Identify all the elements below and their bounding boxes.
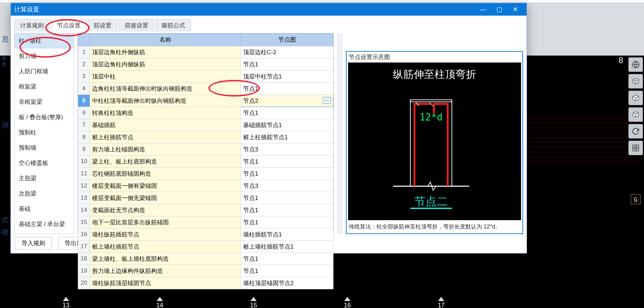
- tab-rebar-settings[interactable]: 筋设置: [88, 19, 117, 32]
- row-name[interactable]: 剪力墙上边缘构件纵筋构造: [90, 265, 241, 277]
- row-name[interactable]: 桩上墙柱插筋节点: [90, 241, 241, 253]
- import-button[interactable]: 导入规则: [15, 237, 52, 250]
- col-name[interactable]: 名称: [90, 34, 241, 46]
- row-name[interactable]: 桩上柱插筋节点: [90, 131, 241, 143]
- node-table[interactable]: 名称 节点图 1顶层边角柱外侧纵筋顶层边柱C-22顶层边角柱内侧纵筋节点13顶层…: [77, 33, 334, 234]
- row-name[interactable]: 梁上柱、板上柱底部构造: [90, 156, 241, 168]
- tool-refresh-icon[interactable]: [628, 124, 643, 139]
- table-row[interactable]: 14变截面处无节点构造节点1: [78, 204, 333, 216]
- tool-globe-icon[interactable]: [628, 57, 643, 72]
- row-node[interactable]: 墙柱插筋节点1: [241, 228, 333, 241]
- tool-3d-cube-icon[interactable]: [628, 74, 643, 89]
- category-item-11[interactable]: 基础: [15, 201, 74, 217]
- table-row[interactable]: 7基础插筋基础插筋节点1: [78, 119, 333, 131]
- row-name[interactable]: 楼层变截面一侧有梁锚固: [90, 180, 241, 192]
- table-row[interactable]: 13楼层变截面一侧无梁锚固节点1: [78, 192, 333, 204]
- category-item-9[interactable]: 主肋梁: [15, 171, 74, 186]
- table-scrollbar[interactable]: [337, 33, 342, 234]
- row-node[interactable]: 节点3: [241, 180, 333, 192]
- row-name[interactable]: 中柱柱顶等截面伸出时纵向钢筋构造: [90, 95, 241, 107]
- row-node[interactable]: 顶层中柱节点1: [241, 70, 333, 83]
- row-node[interactable]: 节点1: [241, 107, 333, 119]
- close-button[interactable]: ✕: [507, 3, 523, 16]
- tab-node-settings[interactable]: 节点设置: [51, 19, 86, 32]
- table-row[interactable]: 8桩上柱插筋节点桩上柱插筋节点1: [78, 131, 333, 143]
- table-row[interactable]: 19剪力墙上边缘构件纵筋构造节点1: [78, 265, 333, 277]
- row-name[interactable]: 墙柱纵筋顶层锚固节点: [90, 277, 241, 289]
- row-name[interactable]: 变截面处无节点构造: [90, 204, 241, 216]
- table-row[interactable]: 12楼层变截面一侧有梁锚固节点3: [78, 180, 333, 192]
- row-node[interactable]: 桩上柱插筋节点1: [241, 131, 333, 143]
- category-item-7[interactable]: 预制墙: [15, 140, 74, 156]
- category-item-4[interactable]: 非框架梁: [15, 94, 74, 110]
- table-row[interactable]: 9剪力墙上柱锚固构造节点3: [78, 143, 333, 156]
- category-item-3[interactable]: 框架梁: [15, 79, 74, 94]
- table-row[interactable]: 16墙柱纵筋插筋节点墙柱插筋节点1: [78, 228, 333, 241]
- tab-stirrup-formula[interactable]: 箍筋公式: [156, 19, 191, 32]
- row-node[interactable]: 节点2⋯: [241, 95, 333, 107]
- tool-cube-alt-icon[interactable]: [628, 107, 643, 122]
- dialog-titlebar[interactable]: 计算设置 — ▢ ✕: [11, 3, 527, 16]
- row-name[interactable]: 墙柱纵筋插筋节点: [90, 228, 241, 241]
- tab-calc-rules[interactable]: 计算规则: [14, 19, 50, 32]
- row-node[interactable]: 节点1: [241, 168, 333, 180]
- category-item-1[interactable]: 剪力墙: [15, 49, 74, 64]
- tool-grid-icon[interactable]: [628, 141, 643, 155]
- row-name[interactable]: 剪力墙上柱锚固构造: [90, 143, 241, 156]
- row-name[interactable]: 顶层边角柱内侧纵筋: [90, 58, 241, 70]
- table-row[interactable]: 2顶层边角柱内侧纵筋节点1: [78, 58, 333, 70]
- row-node[interactable]: 节点1: [241, 58, 333, 70]
- row-number: 3: [78, 70, 90, 83]
- category-list[interactable]: 柱 / 墙柱剪力墙人防门框墙框架梁非框架梁板 / 叠合板(整厚)预制柱预制墙空心…: [14, 33, 74, 234]
- row-number: 8: [78, 131, 90, 143]
- category-item-8[interactable]: 空心楼盖板: [15, 156, 74, 171]
- table-row[interactable]: 6转换柱柱顶构造节点1: [78, 107, 333, 119]
- row-node[interactable]: 节点1: [241, 192, 333, 204]
- row-number: 20: [78, 277, 90, 289]
- row-node[interactable]: 墙柱顶层锚固节点2: [241, 277, 333, 289]
- table-row[interactable]: 10梁上柱、板上柱底部构造节点1: [78, 156, 333, 168]
- category-item-6[interactable]: 预制柱: [15, 125, 74, 140]
- table-row[interactable]: 1顶层边角柱外侧纵筋顶层边柱C-2: [78, 46, 333, 58]
- cell-more-button[interactable]: ⋯: [323, 97, 331, 104]
- maximize-button[interactable]: ▢: [491, 3, 507, 16]
- table-row[interactable]: 18梁上墙柱、板上墙柱底部构造节点1: [78, 253, 333, 265]
- row-name[interactable]: 楼层变截面一侧无梁锚固: [90, 192, 241, 204]
- table-row[interactable]: 15地下一层比首层多出纵筋锚固节点1: [78, 216, 333, 228]
- row-node[interactable]: 顶层边柱C-2: [241, 46, 333, 58]
- category-item-2[interactable]: 人防门框墙: [15, 64, 74, 79]
- row-name[interactable]: 顶层中柱: [90, 70, 241, 83]
- row-node[interactable]: 节点1: [241, 83, 333, 95]
- row-node[interactable]: 节点1: [241, 204, 333, 216]
- category-item-0[interactable]: 柱 / 墙柱: [15, 33, 74, 49]
- row-node[interactable]: 节点1: [241, 156, 333, 168]
- row-name[interactable]: 顶层边角柱外侧纵筋: [90, 46, 241, 58]
- row-name[interactable]: 转换柱柱顶构造: [90, 107, 241, 119]
- row-name[interactable]: 芯柱钢筋底部锚固构造: [90, 168, 241, 180]
- minimize-button[interactable]: —: [475, 3, 491, 16]
- table-row[interactable]: 4边角柱柱顶等截面伸出时纵向钢筋构造节点1: [78, 83, 333, 95]
- category-item-10[interactable]: 次肋梁: [15, 186, 74, 201]
- table-row[interactable]: 5中柱柱顶等截面伸出时纵向钢筋构造节点2⋯: [78, 95, 333, 107]
- table-row[interactable]: 20墙柱纵筋顶层锚固节点墙柱顶层锚固节点2: [78, 277, 333, 289]
- row-name[interactable]: 梁上墙柱、板上墙柱底部构造: [90, 253, 241, 265]
- category-item-12[interactable]: 基础主梁 / 承台梁: [15, 217, 74, 232]
- row-node[interactable]: 节点1: [241, 216, 333, 228]
- table-row[interactable]: 17桩上墙柱插筋节点桩上墙柱插筋节点1: [78, 241, 333, 253]
- tab-splice-settings[interactable]: 搭接设置: [119, 19, 154, 32]
- row-number: 5: [78, 95, 90, 107]
- row-name[interactable]: 边角柱柱顶等截面伸出时纵向钢筋构造: [90, 83, 241, 95]
- row-name[interactable]: 地下一层比首层多出纵筋锚固: [90, 216, 241, 228]
- row-node[interactable]: 节点3: [241, 143, 333, 156]
- row-node[interactable]: 节点1: [241, 265, 333, 277]
- category-item-5[interactable]: 板 / 叠合板(整厚): [15, 110, 74, 125]
- col-num: [78, 34, 90, 46]
- table-row[interactable]: 3顶层中柱顶层中柱节点1: [78, 70, 333, 83]
- col-node[interactable]: 节点图: [241, 34, 333, 46]
- row-name[interactable]: 基础插筋: [90, 119, 241, 131]
- tool-cube-icon[interactable]: [628, 91, 643, 105]
- table-row[interactable]: 11芯柱钢筋底部锚固构造节点1: [78, 168, 333, 180]
- row-node[interactable]: 桩上墙柱插筋节点1: [241, 241, 333, 253]
- row-node[interactable]: 基础插筋节点1: [241, 119, 333, 131]
- row-node[interactable]: 节点1: [241, 253, 333, 265]
